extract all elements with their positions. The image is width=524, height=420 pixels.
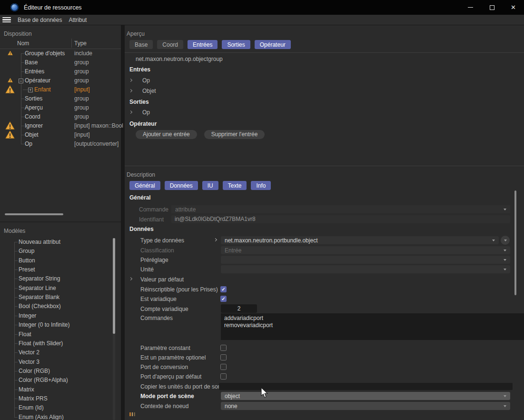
dropdown-commande[interactable]: attribute: [171, 205, 510, 213]
list-item[interactable]: Float: [0, 330, 111, 339]
tab-données[interactable]: Données: [165, 181, 198, 190]
dropdown-pr-r-glage[interactable]: [221, 256, 510, 264]
close-button[interactable]: ✕: [503, 0, 524, 15]
titlebar[interactable]: Éditeur de ressources ✕: [0, 0, 524, 15]
chevron-right-icon[interactable]: [129, 79, 132, 82]
field-label: Compte variadique: [140, 306, 188, 312]
commands-textarea[interactable]: addvariadicport removevariadicport: [221, 313, 524, 340]
layout-horizontal-scrollbar[interactable]: [5, 213, 63, 215]
tab-iu[interactable]: IU: [202, 181, 218, 190]
list-item[interactable]: Vector 2: [0, 348, 111, 357]
checkbox-est-variadique[interactable]: ✓: [220, 296, 227, 302]
list-item[interactable]: Enum (Id): [0, 403, 111, 412]
list-item[interactable]: Integer: [0, 311, 111, 320]
dropdown-contexte-de-noeud[interactable]: none: [221, 402, 510, 410]
table-row[interactable]: +Enfant[input]: [0, 85, 121, 94]
form-row: Contexte de noeudnone: [125, 401, 524, 411]
list-item[interactable]: Separator Blank: [0, 292, 111, 301]
tree-item-type: [input]: [74, 86, 90, 93]
list-item[interactable]: Matrix: [0, 385, 111, 394]
panel-resize-handle[interactable]: [129, 412, 135, 416]
preview-group-heading: Entrées: [129, 66, 150, 73]
tab-texte[interactable]: Texte: [223, 181, 247, 190]
checkbox-r-inscriptible-pour-les-prises-[interactable]: ✓: [220, 286, 227, 292]
tree-branch-line: [23, 90, 28, 90]
hamburger-menu-icon[interactable]: [2, 17, 11, 23]
dropdown-classification[interactable]: Entrée: [221, 246, 510, 254]
table-row[interactable]: Entréesgroup: [0, 67, 121, 76]
preview-port-row[interactable]: Objet: [129, 88, 156, 95]
tab-coord[interactable]: Coord: [157, 40, 183, 49]
list-item[interactable]: Bool (Checkbox): [0, 301, 111, 310]
number-input-compte-variadique[interactable]: 2: [221, 304, 257, 313]
layout-panel-title: Disposition: [4, 30, 32, 37]
chevron-right-icon[interactable]: [129, 277, 132, 280]
form-row: Préréglage: [125, 255, 524, 265]
list-item[interactable]: Integer (0 to Infinite): [0, 320, 111, 329]
tab-général[interactable]: Général: [129, 181, 160, 190]
datatype-picker-button[interactable]: [501, 236, 510, 245]
table-row[interactable]: Basegroup: [0, 58, 121, 67]
table-row[interactable]: Sortiesgroup: [0, 94, 121, 103]
column-header-type[interactable]: Type: [74, 40, 87, 47]
dropdown-unit-[interactable]: [221, 265, 510, 273]
list-item[interactable]: Enum (Axis Align): [0, 412, 111, 420]
chevron-right-icon[interactable]: [129, 89, 132, 92]
list-item[interactable]: Color (RGB+Alpha): [0, 375, 111, 384]
table-row[interactable]: −Opérateurgroup: [0, 76, 121, 85]
expand-expander-icon[interactable]: +: [28, 88, 33, 92]
model-item-label: Float: [19, 331, 31, 338]
preview-port-row[interactable]: Op: [129, 109, 150, 117]
left-panel-divider[interactable]: [0, 221, 121, 222]
tree-item-type: group: [74, 113, 89, 120]
tree-item-label: Coord: [25, 113, 40, 120]
menu-base-de-donnees[interactable]: Base de données: [18, 17, 62, 23]
list-item[interactable]: Separator String: [0, 274, 111, 283]
list-item[interactable]: Vector 3: [0, 357, 111, 366]
column-header-nom[interactable]: Nom: [17, 40, 29, 47]
table-row[interactable]: Objet[input]: [0, 130, 121, 140]
list-item[interactable]: Matrix PRS: [0, 394, 111, 403]
add-entry-button[interactable]: Ajouter une entrée: [136, 130, 197, 139]
tree-branch-line: [21, 117, 24, 117]
field-label: Est un paramètre optionel: [140, 354, 206, 361]
tab-info[interactable]: Info: [251, 181, 271, 190]
tab-opérateur[interactable]: Opérateur: [255, 40, 291, 49]
menu-attribut[interactable]: Attribut: [69, 17, 87, 23]
models-scrollbar-thumb[interactable]: [113, 238, 115, 334]
expand-chevron-icon[interactable]: [214, 238, 217, 241]
list-item[interactable]: Button: [0, 256, 111, 265]
table-row[interactable]: Coordgroup: [0, 112, 121, 121]
table-row[interactable]: Ignorer[input] maxon::Bool: [0, 121, 121, 130]
preview-port-row[interactable]: Op: [129, 77, 150, 85]
list-item[interactable]: Separator Line: [0, 283, 111, 292]
list-item[interactable]: Group: [0, 246, 111, 255]
remove-entry-button[interactable]: Supprimer l'entrée: [204, 130, 265, 139]
table-row[interactable]: Aperçugroup: [0, 103, 121, 112]
description-scrollbar-thumb[interactable]: [514, 190, 516, 295]
collapse-expander-icon[interactable]: −: [19, 79, 23, 83]
list-item[interactable]: Preset: [0, 265, 111, 274]
tree-branch-line: [14, 279, 18, 279]
list-item[interactable]: Color (RGB): [0, 366, 111, 375]
chevron-right-icon[interactable]: [129, 110, 132, 114]
checkbox-port-d-aper-u-par-d-faut[interactable]: [220, 373, 227, 380]
tree-branch-line: [14, 242, 18, 242]
table-row[interactable]: Groupe d'objetsinclude: [0, 49, 121, 58]
checkbox-port-de-conversion[interactable]: [220, 364, 227, 370]
description-section-title: Description: [127, 171, 155, 178]
minimize-icon: [468, 7, 473, 8]
list-item[interactable]: Float (with Slider): [0, 339, 111, 348]
minimize-button[interactable]: [460, 0, 481, 15]
tab-entrées[interactable]: Entrées: [188, 40, 218, 49]
checkbox-param-tre-constant[interactable]: [220, 345, 227, 351]
maximize-button[interactable]: [481, 0, 503, 15]
dropdown-type-de-donn-es[interactable]: net.maxon.neutron.portbundle.object: [221, 236, 499, 244]
checkbox-est-un-param-tre-optionel[interactable]: [220, 354, 227, 360]
table-row[interactable]: Op[output/converter]: [0, 140, 121, 149]
form-row: Est un paramètre optionel: [125, 353, 524, 362]
tab-base[interactable]: Base: [129, 40, 153, 49]
list-item[interactable]: Nouveau attribut: [0, 237, 111, 246]
tab-sorties[interactable]: Sorties: [222, 40, 250, 49]
text-input-identifiant[interactable]: in@SLdk0lGbDtQrdZ7BMA1vr8: [171, 215, 510, 223]
